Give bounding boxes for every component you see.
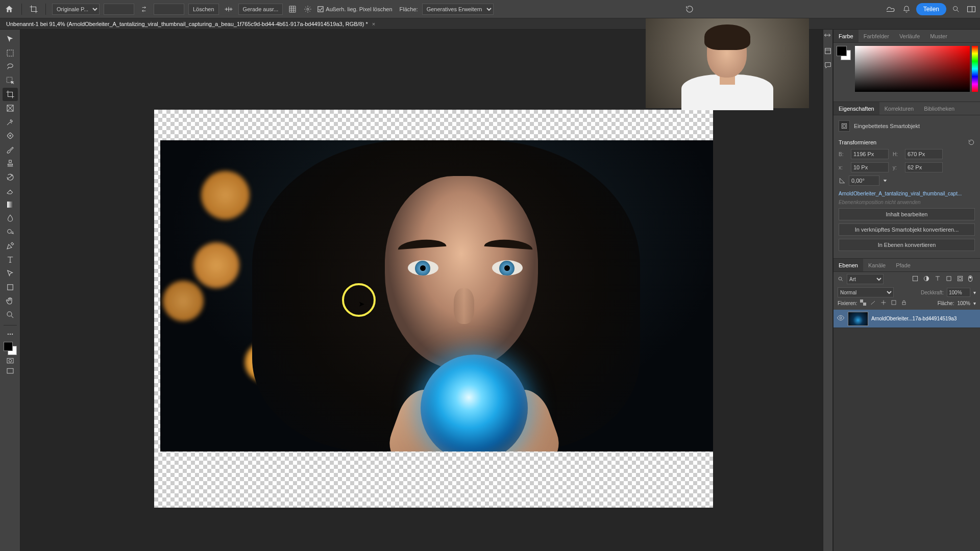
- straighten-button[interactable]: Gerade ausr...: [238, 4, 283, 15]
- panel-fg-swatch[interactable]: [837, 46, 847, 56]
- crop-settings-icon[interactable]: [302, 4, 313, 15]
- lock-artboard-icon[interactable]: [891, 299, 898, 307]
- height-field[interactable]: 670 Px: [905, 149, 943, 159]
- lock-pixels-icon[interactable]: [870, 299, 877, 307]
- quickmask-icon[interactable]: [5, 356, 16, 365]
- tab-channels[interactable]: Kanäle: [863, 259, 891, 271]
- opacity-field[interactable]: 100%: [947, 288, 970, 297]
- overlay-grid-icon[interactable]: [287, 4, 298, 15]
- artboard[interactable]: ➤: [154, 110, 713, 508]
- blur-tool[interactable]: [3, 212, 18, 225]
- hue-strip[interactable]: [972, 46, 978, 92]
- edit-contents-button[interactable]: Inhalt bearbeiten: [839, 208, 975, 220]
- home-button[interactable]: [3, 3, 15, 15]
- collapse-panels-icon[interactable]: [824, 33, 832, 41]
- history-panel-icon[interactable]: [824, 47, 832, 55]
- reset-transform-icon[interactable]: [968, 139, 975, 146]
- document-tab-title[interactable]: Unbenannt-1 bei 91,4% (ArnoldOberleiter_…: [6, 21, 368, 27]
- pen-tool[interactable]: [3, 239, 18, 253]
- filter-type-icon[interactable]: [934, 275, 942, 283]
- aspect-ratio-select[interactable]: Originale P...: [52, 4, 100, 15]
- placed-image[interactable]: ➤: [160, 140, 713, 452]
- search-icon[interactable]: [950, 4, 962, 15]
- gradient-tool[interactable]: [3, 198, 18, 211]
- crop-width-field[interactable]: [104, 4, 134, 15]
- swap-dimensions-icon[interactable]: [138, 4, 150, 15]
- blend-mode-select[interactable]: Normal: [838, 287, 894, 297]
- brush-tool[interactable]: [3, 143, 18, 156]
- hand-tool[interactable]: [3, 294, 18, 308]
- heal-tool[interactable]: [3, 129, 18, 142]
- lock-all-icon[interactable]: [901, 299, 908, 307]
- fill-mode-select[interactable]: Generatives Erweitern: [422, 4, 494, 15]
- tab-swatches[interactable]: Farbfelder: [859, 30, 894, 42]
- layer-thumbnail[interactable]: [848, 312, 868, 326]
- path-select-tool[interactable]: [3, 267, 18, 280]
- tab-patterns[interactable]: Muster: [925, 30, 952, 42]
- lock-transparency-icon[interactable]: [860, 299, 867, 307]
- layer-name[interactable]: ArnoldOberleiter...17a-bd44914519a3: [871, 316, 977, 321]
- shape-tool[interactable]: [3, 281, 18, 294]
- crop-height-field[interactable]: [154, 4, 184, 15]
- comments-panel-icon[interactable]: [824, 61, 832, 69]
- tab-libraries[interactable]: Bibliotheken: [919, 102, 960, 115]
- move-tool[interactable]: [3, 33, 18, 46]
- type-tool[interactable]: [3, 253, 18, 266]
- frame-tool[interactable]: [3, 102, 18, 115]
- opacity-dropdown-icon[interactable]: ▾: [973, 290, 976, 295]
- color-swatches[interactable]: [4, 342, 17, 355]
- layer-visibility-icon[interactable]: [837, 315, 845, 323]
- filter-pixel-icon[interactable]: [912, 275, 920, 283]
- x-field[interactable]: 10 Px: [851, 162, 889, 172]
- history-brush-tool[interactable]: [3, 170, 18, 184]
- edit-toolbar-icon[interactable]: [5, 330, 16, 339]
- notifications-icon[interactable]: [901, 4, 912, 15]
- screenmode-icon[interactable]: [5, 366, 16, 375]
- filter-shape-icon[interactable]: [945, 275, 953, 283]
- stamp-tool[interactable]: [3, 157, 18, 170]
- foreground-color-swatch[interactable]: [4, 342, 13, 351]
- workspace-icon[interactable]: [966, 4, 977, 15]
- clear-button[interactable]: Löschen: [188, 4, 219, 15]
- tab-properties[interactable]: Eigenschaften: [834, 102, 879, 115]
- filter-toggle-icon[interactable]: [968, 275, 976, 283]
- layer-filter-kind[interactable]: Art: [847, 274, 884, 284]
- zoom-tool[interactable]: [3, 308, 18, 321]
- linked-file-name[interactable]: ArnoldOberleiter_A_tantalizing_viral_thu…: [839, 191, 975, 196]
- fill-opacity-field[interactable]: 100%: [957, 300, 970, 306]
- tab-adjustments[interactable]: Korrekturen: [879, 102, 919, 115]
- y-field[interactable]: 62 Px: [905, 162, 943, 172]
- filter-adjust-icon[interactable]: [923, 275, 931, 283]
- reset-crop-icon[interactable]: [684, 4, 695, 15]
- tab-color[interactable]: Farbe: [834, 30, 859, 42]
- convert-to-layers-button[interactable]: In Ebenen konvertieren: [839, 239, 975, 251]
- eyedropper-tool[interactable]: [3, 115, 18, 129]
- eraser-tool[interactable]: [3, 184, 18, 197]
- dodge-tool[interactable]: [3, 226, 18, 239]
- crop-tool[interactable]: [3, 88, 18, 101]
- width-field[interactable]: 1196 Px: [851, 149, 889, 159]
- cloud-sync-icon[interactable]: [886, 4, 897, 15]
- transform-section-header[interactable]: Transformieren: [839, 139, 975, 146]
- layer-list[interactable]: ArnoldOberleiter...17a-bd44914519a3: [834, 310, 980, 551]
- filter-smartobj-icon[interactable]: [957, 275, 965, 283]
- angle-dropdown-icon[interactable]: [883, 178, 888, 183]
- tab-paths[interactable]: Pfade: [891, 259, 916, 271]
- panel-color-swatches[interactable]: [837, 46, 851, 60]
- delete-cropped-checkbox[interactable]: Außerh. lieg. Pixel löschen: [317, 6, 392, 12]
- crop-tool-indicator-icon[interactable]: [28, 4, 39, 15]
- fill-dropdown-icon[interactable]: ▾: [973, 300, 976, 306]
- straighten-icon[interactable]: [223, 4, 234, 15]
- close-tab-icon[interactable]: ×: [372, 21, 375, 27]
- share-button[interactable]: Teilen: [916, 3, 946, 15]
- layer-row[interactable]: ArnoldOberleiter...17a-bd44914519a3: [834, 310, 980, 328]
- color-picker-field[interactable]: [855, 46, 970, 92]
- lasso-tool[interactable]: [3, 60, 18, 73]
- artboard-tool[interactable]: [3, 46, 18, 60]
- lock-position-icon[interactable]: [880, 299, 888, 307]
- angle-field[interactable]: 0,00°: [849, 176, 879, 186]
- object-select-tool[interactable]: [3, 74, 18, 87]
- tab-gradients[interactable]: Verläufe: [894, 30, 925, 42]
- tab-layers[interactable]: Ebenen: [834, 259, 863, 271]
- convert-to-linked-button[interactable]: In verknüpftes Smartobjekt konvertieren.…: [839, 223, 975, 236]
